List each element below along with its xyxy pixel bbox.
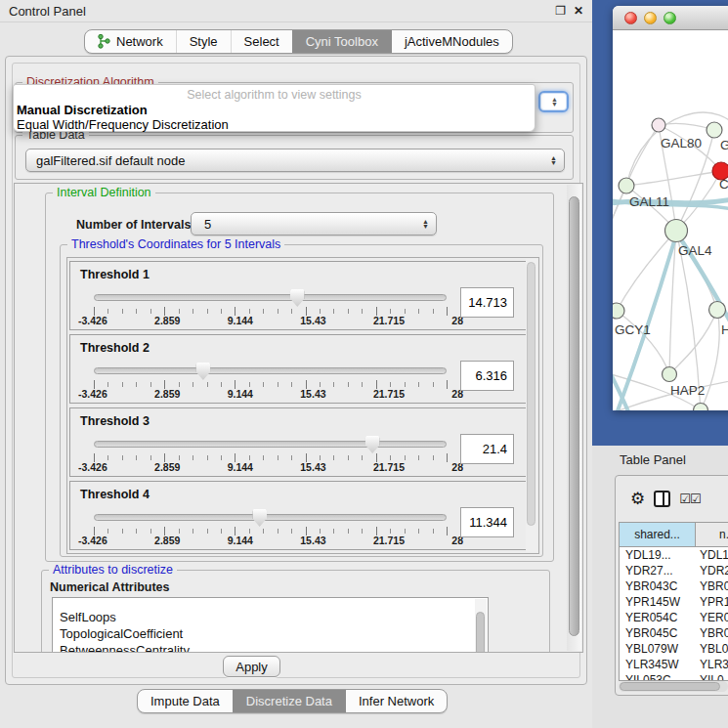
node-label: H [721,322,728,337]
tab-jactivemnodules[interactable]: jActiveMNodules [391,30,512,53]
node-hap2 [663,367,677,382]
threshold-3-value-field[interactable]: 21.4 [460,434,514,464]
thresholds-group-title: Threshold's Coordinates for 5 Intervals [67,237,284,251]
node-label: GAL80 [661,136,702,150]
float-panel-icon[interactable]: ❐ [555,5,566,17]
node-label: GA [720,138,728,152]
threshold-3-slider[interactable] [94,441,447,449]
slider-thumb[interactable] [290,289,305,307]
node-gcy1 [613,303,624,319]
slider-thumb[interactable] [252,509,267,527]
node-gal11 [619,178,634,193]
tab-cyni-toolbox[interactable]: Cyni Toolbox [292,30,391,53]
table-panel: Table Panel ⚙ ☑☑ shared... n... YDL19...… [592,446,728,728]
close-panel-icon[interactable]: ✕ [574,5,583,17]
slider-track[interactable] [94,441,447,448]
slider-track[interactable] [94,367,447,374]
node-gal80 [652,118,665,132]
tab-infer-network[interactable]: Infer Network [345,690,447,712]
thresholds-group: Threshold's Coordinates for 5 Intervals … [60,244,543,557]
attributes-group: Attributes to discretize Numerical Attri… [41,570,550,653]
table-row[interactable]: YDL19... YDL1... [620,547,728,563]
network-graph: GAL80 GA C GAL11 GAL4 GCY1 H HAP2 [613,30,728,410]
node-label: GAL4 [678,243,712,258]
apply-button[interactable]: Apply [223,656,280,677]
close-window-icon[interactable] [624,12,637,24]
thresholds-scrollbar[interactable] [526,259,537,552]
table-data-combobox-value: galFiltered.sif default node [26,153,185,168]
numerical-attributes-list[interactable]: SelfLoopsTopologicalCoefficientBetweenne… [52,597,489,653]
threshold-1-value-field[interactable]: 14.713 [460,287,514,318]
table-panel-box: ⚙ ☑☑ shared... n... YDL19... YDL1... [615,475,728,696]
scrollbar-thumb[interactable] [620,682,720,691]
numerical-attributes-label: Numerical Attributes [50,580,169,594]
checkbox-icon[interactable]: ☑☑ [679,492,700,505]
tab-network[interactable]: Network [85,30,176,53]
column-header-name[interactable]: n... [696,523,728,546]
node-right-mid [709,302,726,319]
node-bottom-clipped [694,404,708,411]
number-of-intervals-label: Number of Intervals [76,218,191,232]
network-canvas[interactable]: GAL80 GA C GAL11 GAL4 GCY1 H HAP2 [613,30,728,410]
table-data-group: Table Data galFiltered.sif default node … [15,135,574,180]
minimize-window-icon[interactable] [644,12,657,24]
zoom-window-icon[interactable] [664,12,676,24]
algorithm-combobox-fragment[interactable]: ▲▼ [538,91,569,112]
list-item[interactable]: SelfLoops [53,610,488,626]
tab-network-label: Network [116,34,163,49]
scrollbar-thumb[interactable] [569,196,579,636]
threshold-row-2: Threshold 2 -3.4262.8599.14415.4321.7152… [69,334,528,404]
control-panel: Control Panel ❐ ✕ Network Style Select C… [0,0,592,728]
table-row[interactable]: YBR043C YBR0... [620,578,728,594]
table-row[interactable]: YBR045C YBR0... [620,625,728,641]
combo-arrows-icon: ▲▼ [551,93,558,110]
attributes-list-scrollbar[interactable] [475,599,487,653]
split-column-icon[interactable] [654,491,670,507]
tab-discretize-data[interactable]: Discretize Data [233,690,345,712]
settings-scrollbar[interactable] [567,185,581,651]
discretize-tab-content: Discretization Algorithm Table Data galF… [12,63,580,678]
threshold-2-slider[interactable] [94,367,447,375]
threshold-4-slider[interactable] [94,514,447,522]
table-row[interactable]: YPR145W YPR1... [620,594,728,610]
scrollbar-thumb[interactable] [476,612,485,653]
list-item[interactable]: TopologicalCoefficient [53,626,488,643]
tab-select[interactable]: Select [231,30,292,53]
table-data-combobox[interactable]: galFiltered.sif default node ▲▼ [25,149,565,172]
table-row[interactable]: YLR345W YLR3... [620,657,728,672]
control-panel-titlebar: Control Panel ❐ ✕ [0,0,592,22]
table-row[interactable]: YER054C YER0... [620,610,728,625]
tab-impute-data[interactable]: Impute Data [138,690,233,712]
tab-style[interactable]: Style [176,30,231,53]
cyni-toolbox-panel: Discretization Algorithm Table Data galF… [5,56,587,685]
slider-tick-labels: -3.4262.8599.14415.4321.71528 [78,535,463,546]
threshold-1-slider[interactable] [94,294,447,302]
bottom-tab-bar: Impute Data Discretize Data Infer Networ… [137,689,448,713]
algorithm-popup-hint: Select algorithm to view settings [14,88,535,103]
number-of-intervals-value: 5 [192,217,211,232]
table-row[interactable]: YBL079W YBL0... [620,641,728,657]
threshold-2-value-field[interactable]: 6.316 [460,361,514,391]
list-item[interactable]: BetweennessCentrality [53,643,488,653]
popup-item-equal-width-frequency[interactable]: Equal Width/Frequency Discretization [14,117,535,132]
number-of-intervals-combobox[interactable]: 5 ▲▼ [191,212,437,236]
scrollbar-thumb[interactable] [527,262,535,526]
slider-thumb[interactable] [365,436,380,453]
thresholds-scrollpane: Threshold 1 -3.4262.8599.14415.4321.7152… [66,257,539,554]
table-row[interactable]: YIL053C YIL0... [620,672,728,681]
column-header-shared-name[interactable]: shared... [620,523,696,546]
table-row[interactable]: YDR27... YDR2... [620,563,728,578]
table-panel-title: Table Panel [620,452,686,467]
table-body: YDL19... YDL1... YDR27... YDR2... YBR043… [620,547,728,681]
popup-item-manual-discretization[interactable]: Manual Discretization [14,103,535,117]
threshold-4-value-field[interactable]: 11.344 [460,507,514,537]
network-window[interactable]: GAL80 GA C GAL11 GAL4 GCY1 H HAP2 [613,6,728,410]
table-horizontal-scrollbar[interactable] [619,681,728,692]
slider-track[interactable] [94,514,447,521]
panel-title: Control Panel [9,4,86,19]
gear-icon[interactable]: ⚙ [630,491,645,507]
slider-track[interactable] [94,294,447,301]
top-tab-bar: Network Style Select Cyni Toolbox jActiv… [84,29,513,54]
slider-thumb[interactable] [195,363,210,380]
slider-tick-labels: -3.4262.8599.14415.4321.71528 [78,388,463,400]
